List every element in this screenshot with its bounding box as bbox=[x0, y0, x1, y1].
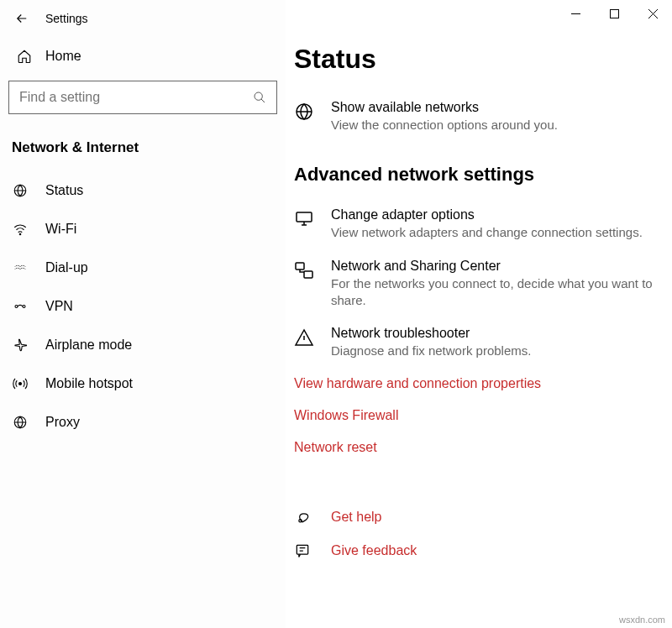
nav-label: Status bbox=[45, 183, 83, 198]
row-desc: View the connection options around you. bbox=[331, 117, 655, 133]
svg-rect-7 bbox=[610, 9, 618, 18]
nav-label: VPN bbox=[45, 299, 73, 314]
search-icon bbox=[243, 91, 276, 104]
sidebar: Settings Home Network & Internet Status … bbox=[0, 0, 286, 628]
link-label: Get help bbox=[331, 510, 381, 525]
maximize-icon bbox=[610, 9, 619, 18]
help-icon bbox=[294, 509, 319, 526]
nav-label: Mobile hotspot bbox=[45, 376, 133, 391]
row-desc: For the networks you connect to, decide … bbox=[331, 275, 655, 310]
search-input[interactable] bbox=[9, 90, 243, 105]
row-title: Show available networks bbox=[331, 100, 655, 115]
sidebar-item-hotspot[interactable]: Mobile hotspot bbox=[0, 364, 286, 403]
svg-point-3 bbox=[15, 306, 18, 308]
window-controls bbox=[556, 0, 672, 27]
svg-point-12 bbox=[299, 520, 302, 522]
network-reset-link[interactable]: Network reset bbox=[294, 432, 655, 463]
minimize-button[interactable] bbox=[556, 0, 595, 27]
sidebar-item-proxy[interactable]: Proxy bbox=[0, 403, 286, 442]
section-title: Advanced network settings bbox=[294, 164, 655, 186]
svg-rect-13 bbox=[297, 546, 307, 555]
svg-rect-10 bbox=[296, 263, 304, 270]
sidebar-category: Network & Internet bbox=[0, 128, 286, 171]
row-title: Network and Sharing Center bbox=[331, 259, 655, 274]
maximize-button[interactable] bbox=[595, 0, 633, 27]
give-feedback-link[interactable]: Give feedback bbox=[294, 534, 655, 568]
main-content: Status Show available networks View the … bbox=[286, 0, 672, 628]
home-label: Home bbox=[45, 49, 81, 64]
home-icon bbox=[17, 49, 34, 64]
close-button[interactable] bbox=[633, 0, 672, 27]
page-title: Status bbox=[294, 44, 655, 75]
show-networks-row[interactable]: Show available networks View the connect… bbox=[294, 92, 655, 142]
sidebar-item-vpn[interactable]: VPN bbox=[0, 287, 286, 326]
status-icon bbox=[12, 182, 29, 199]
globe-icon bbox=[294, 100, 319, 133]
nav-label: Wi-Fi bbox=[45, 222, 76, 237]
minimize-icon bbox=[571, 9, 580, 18]
sidebar-item-status[interactable]: Status bbox=[0, 171, 286, 210]
window-title: Settings bbox=[45, 12, 88, 25]
sharing-icon bbox=[294, 259, 319, 310]
svg-rect-11 bbox=[304, 271, 312, 278]
wifi-icon bbox=[12, 221, 29, 238]
back-button[interactable] bbox=[7, 3, 37, 34]
svg-point-0 bbox=[255, 92, 262, 100]
hardware-properties-link[interactable]: View hardware and connection properties bbox=[294, 368, 655, 400]
titlebar: Settings bbox=[0, 0, 286, 37]
row-title: Change adapter options bbox=[331, 207, 655, 222]
search-box[interactable] bbox=[8, 81, 277, 114]
sidebar-item-wifi[interactable]: Wi-Fi bbox=[0, 210, 286, 249]
svg-point-5 bbox=[19, 383, 22, 385]
proxy-icon bbox=[12, 414, 29, 431]
sharing-center-row[interactable]: Network and Sharing Center For the netwo… bbox=[294, 250, 655, 318]
back-arrow-icon bbox=[14, 11, 29, 26]
firewall-link[interactable]: Windows Firewall bbox=[294, 400, 655, 432]
svg-point-2 bbox=[19, 233, 21, 235]
row-desc: View network adapters and change connect… bbox=[331, 224, 655, 241]
sidebar-item-home[interactable]: Home bbox=[0, 37, 286, 76]
sidebar-item-airplane[interactable]: Airplane mode bbox=[0, 326, 286, 364]
adapter-icon bbox=[294, 207, 319, 241]
vpn-icon bbox=[12, 298, 29, 315]
nav-label: Airplane mode bbox=[45, 338, 132, 353]
hotspot-icon bbox=[12, 375, 29, 392]
dialup-icon bbox=[12, 259, 29, 276]
watermark: wsxdn.com bbox=[619, 615, 665, 625]
row-title: Network troubleshooter bbox=[331, 326, 655, 341]
nav-label: Proxy bbox=[45, 415, 80, 430]
svg-point-4 bbox=[23, 306, 25, 308]
link-label: Give feedback bbox=[331, 543, 417, 558]
troubleshooter-row[interactable]: Network troubleshooter Diagnose and fix … bbox=[294, 317, 655, 368]
feedback-icon bbox=[294, 542, 319, 559]
sidebar-item-dialup[interactable]: Dial-up bbox=[0, 249, 286, 287]
close-icon bbox=[648, 9, 658, 18]
adapter-options-row[interactable]: Change adapter options View network adap… bbox=[294, 199, 655, 249]
nav-label: Dial-up bbox=[45, 260, 88, 275]
svg-rect-9 bbox=[297, 212, 312, 222]
warning-icon bbox=[294, 326, 319, 359]
row-desc: Diagnose and fix network problems. bbox=[331, 343, 655, 359]
airplane-icon bbox=[12, 337, 29, 353]
get-help-link[interactable]: Get help bbox=[294, 500, 655, 534]
